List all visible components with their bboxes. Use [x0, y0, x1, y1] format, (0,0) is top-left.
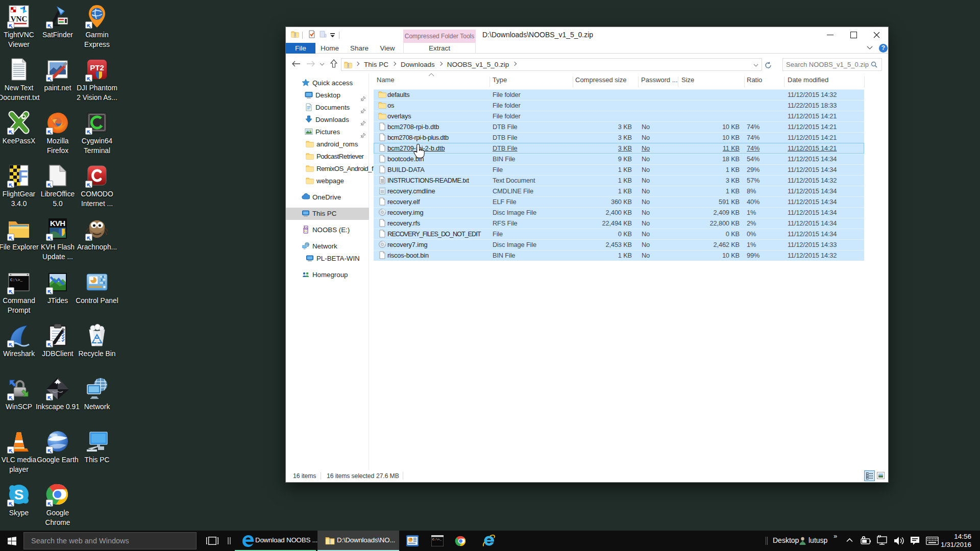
svg-text:PT2: PT2	[90, 63, 104, 72]
svg-text:C:\>_: C:\>_	[432, 538, 442, 541]
svg-text:F: F	[18, 167, 28, 185]
svg-text:SD: SD	[304, 227, 308, 230]
svg-text:KVH: KVH	[50, 219, 65, 228]
svg-text:C:\>_: C:\>_	[10, 278, 22, 282]
svg-text:S: S	[14, 487, 24, 503]
